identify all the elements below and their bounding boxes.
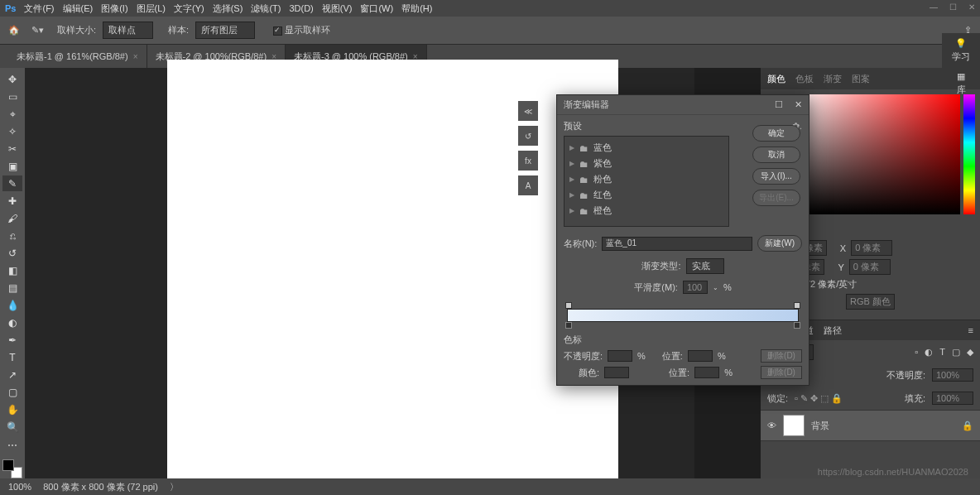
opacity-stop-right[interactable] xyxy=(794,302,800,309)
shape-tool[interactable]: ▢ xyxy=(2,385,22,401)
collapse-icon[interactable]: ≪ xyxy=(518,101,538,121)
menu-select[interactable]: 选择(S) xyxy=(213,2,243,15)
wand-tool[interactable]: ✧ xyxy=(2,123,22,139)
tab-paths[interactable]: 路径 xyxy=(824,324,842,337)
menu-window[interactable]: 窗口(W) xyxy=(360,2,393,15)
crop-tool[interactable]: ✂ xyxy=(2,141,22,156)
menu-file[interactable]: 文件(F) xyxy=(24,2,54,15)
tab-swatches[interactable]: 色板 xyxy=(795,73,814,85)
layer-background[interactable]: 👁 背景 🔒 xyxy=(761,410,980,441)
learn-panel[interactable]: 💡学习 xyxy=(952,38,970,63)
name-input[interactable] xyxy=(602,237,752,251)
filter-smart-icon[interactable]: ◆ xyxy=(967,347,973,358)
window-close-icon[interactable]: ✕ xyxy=(968,2,975,12)
menu-type[interactable]: 文字(Y) xyxy=(174,2,204,15)
tool-preset-icon[interactable]: ✎▾ xyxy=(31,25,44,36)
window-minimize-icon[interactable]: — xyxy=(930,2,938,12)
preset-folder-red[interactable]: ▶🖿红色 xyxy=(569,187,723,203)
new-button[interactable]: 新建(W) xyxy=(757,235,802,252)
blur-tool[interactable]: 💧 xyxy=(2,298,22,314)
canvas[interactable] xyxy=(167,60,618,482)
char-icon[interactable]: fx xyxy=(518,151,538,171)
pen-tool[interactable]: ✒ xyxy=(2,333,22,348)
layer-thumbnail[interactable] xyxy=(783,415,805,436)
x-field[interactable]: 0 像素 xyxy=(851,240,892,256)
doc-info[interactable]: 800 像素 x 800 像素 (72 ppi) xyxy=(43,481,158,493)
visibility-icon[interactable]: 👁 xyxy=(767,421,776,430)
presets-list[interactable]: ▶🖿蓝色 ▶🖿紫色 ▶🖿粉色 ▶🖿红色 ▶🖿橙色 xyxy=(564,136,729,227)
color-swatch[interactable] xyxy=(2,459,22,478)
stop-position-field[interactable] xyxy=(688,350,713,362)
dodge-tool[interactable]: ◐ xyxy=(2,315,22,331)
opacity-stop-left[interactable] xyxy=(565,302,572,309)
filter-shape-icon[interactable]: ▢ xyxy=(952,347,960,358)
dialog-maximize-icon[interactable]: ☐ xyxy=(775,99,783,110)
hand-tool[interactable]: ✋ xyxy=(2,402,22,418)
color-stop-right[interactable] xyxy=(794,322,800,329)
dialog-close-icon[interactable]: ✕ xyxy=(795,99,802,110)
delete-stop-button2[interactable]: 删除(D) xyxy=(761,366,802,379)
preset-folder-blue[interactable]: ▶🖿蓝色 xyxy=(569,140,723,156)
brush-tool[interactable]: 🖌 xyxy=(2,210,22,226)
sample-size-select[interactable]: 取样点 xyxy=(103,22,153,39)
menu-view[interactable]: 视图(V) xyxy=(322,2,353,15)
stop-color-swatch[interactable] xyxy=(604,367,629,378)
delete-stop-button[interactable]: 删除(D) xyxy=(761,349,802,363)
history-tool[interactable]: ↺ xyxy=(2,245,22,261)
tab-pattern[interactable]: 图案 xyxy=(852,73,870,85)
heal-tool[interactable]: ✚ xyxy=(2,193,22,209)
zoom-level[interactable]: 100% xyxy=(8,482,31,492)
menu-filter[interactable]: 滤镜(T) xyxy=(251,2,281,15)
stamp-tool[interactable]: ⎌ xyxy=(2,228,22,243)
show-ring-checkbox[interactable] xyxy=(273,26,282,36)
tab-gradient[interactable]: 渐变 xyxy=(824,73,842,85)
menu-3d[interactable]: 3D(D) xyxy=(289,3,313,13)
close-icon[interactable]: × xyxy=(133,52,138,61)
move-tool[interactable]: ✥ xyxy=(2,71,22,87)
preset-folder-orange[interactable]: ▶🖿橙色 xyxy=(569,203,723,219)
filter-adj-icon[interactable]: ◐ xyxy=(925,347,933,358)
lasso-tool[interactable]: ⌖ xyxy=(2,106,22,122)
menu-edit[interactable]: 编辑(E) xyxy=(63,2,94,15)
gradient-bar[interactable] xyxy=(564,302,802,329)
import-button[interactable]: 导入(I)... xyxy=(752,168,800,185)
para-icon[interactable]: A xyxy=(518,175,538,195)
sample-select[interactable]: 所有图层 xyxy=(195,22,255,39)
gradient-tool[interactable]: ▤ xyxy=(2,281,22,296)
path-tool[interactable]: ↗ xyxy=(2,368,22,383)
marquee-tool[interactable]: ▭ xyxy=(2,89,22,104)
preset-folder-purple[interactable]: ▶🖿紫色 xyxy=(569,156,723,171)
stop-position-field2[interactable] xyxy=(694,367,719,378)
cancel-button[interactable]: 取消 xyxy=(752,147,800,163)
tab-doc1[interactable]: 未标题-1 @ 161%(RGB/8#)× xyxy=(8,45,147,68)
type-tool[interactable]: T xyxy=(2,350,22,366)
smoothness-field[interactable]: 100 xyxy=(683,281,708,294)
fill-field[interactable]: 100% xyxy=(932,392,973,405)
export-button[interactable]: 导出(E)... xyxy=(752,190,800,206)
home-icon[interactable]: 🏠 xyxy=(8,25,20,36)
opacity-field[interactable]: 100% xyxy=(932,368,973,382)
dialog-titlebar[interactable]: 渐变编辑器 ☐ ✕ xyxy=(557,95,809,115)
tab-color[interactable]: 颜色 xyxy=(767,73,785,85)
eraser-tool[interactable]: ◧ xyxy=(2,263,22,279)
ok-button[interactable]: 确定 xyxy=(752,125,800,142)
lock-icon[interactable]: 🔒 xyxy=(962,421,973,431)
zoom-tool[interactable]: 🔍 xyxy=(2,420,22,435)
history-icon[interactable]: ↺ xyxy=(518,126,538,146)
mode-select[interactable]: RGB 颜色 xyxy=(846,294,895,310)
menu-image[interactable]: 图像(I) xyxy=(101,2,127,15)
gradient-type-select[interactable]: 实底 xyxy=(686,258,724,274)
lock-icons[interactable]: ▫ ✎ ✥ ⬚ 🔒 xyxy=(795,393,843,404)
preset-folder-pink[interactable]: ▶🖿粉色 xyxy=(569,171,723,187)
filter-type-icon[interactable]: T xyxy=(939,347,945,358)
frame-tool[interactable]: ▣ xyxy=(2,158,22,174)
color-stop-left[interactable] xyxy=(565,322,572,329)
library-panel[interactable]: ▦库 xyxy=(957,71,966,96)
window-maximize-icon[interactable]: ☐ xyxy=(949,2,957,12)
menu-help[interactable]: 帮助(H) xyxy=(401,2,432,15)
info-chevron-icon[interactable]: 〉 xyxy=(170,481,179,493)
more-tools[interactable]: ⋯ xyxy=(2,437,22,453)
eyedropper-tool[interactable]: ✎ xyxy=(2,175,22,191)
stop-opacity-field[interactable] xyxy=(608,350,632,362)
panel-menu-icon[interactable]: ≡ xyxy=(968,325,973,335)
